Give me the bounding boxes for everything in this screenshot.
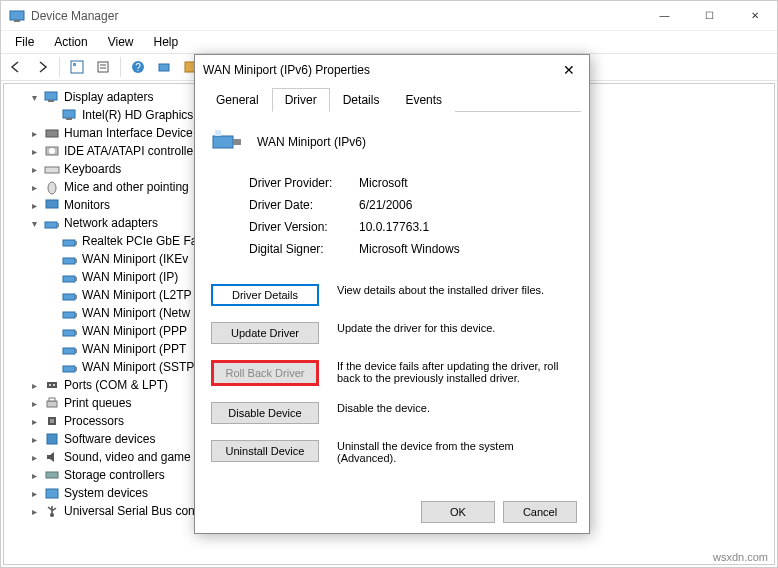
help-button[interactable]: ? [127,56,149,78]
minimize-button[interactable]: — [642,1,687,30]
svg-rect-55 [215,130,221,136]
uninstall-device-button[interactable]: Uninstall Device [211,440,319,462]
forward-button[interactable] [31,56,53,78]
expander-icon[interactable]: ▸ [28,146,40,157]
driver-details-button[interactable]: Driver Details [211,284,319,306]
date-label: Driver Date: [249,198,359,212]
tree-item-label: WAN Miniport (IKEv [82,252,188,266]
tab-details[interactable]: Details [330,88,393,112]
expander-icon[interactable]: ▸ [28,488,40,499]
expander-icon[interactable]: ▸ [28,380,40,391]
sound-icon [44,449,60,465]
mouse-icon [44,179,60,195]
net-icon [62,323,78,339]
net-icon [62,305,78,321]
dialog-close-button[interactable]: ✕ [549,56,589,85]
svg-rect-34 [75,331,77,335]
tree-item-label: WAN Miniport (PPP [82,324,187,338]
tree-item-label: Intel(R) HD Graphics [82,108,193,122]
expander-icon[interactable]: ▸ [28,182,40,193]
cancel-button[interactable]: Cancel [503,501,577,523]
show-hidden-button[interactable] [66,56,88,78]
roll-back-driver-desc: If the device fails after updating the d… [337,360,573,384]
svg-point-41 [53,384,55,386]
svg-rect-13 [63,110,75,118]
properties-button[interactable] [92,56,114,78]
expander-icon[interactable]: ▸ [28,470,40,481]
date-value: 6/21/2006 [359,198,412,212]
svg-rect-25 [63,258,75,264]
svg-rect-45 [50,419,54,423]
svg-rect-9 [159,64,169,71]
dialog-titlebar: WAN Miniport (IPv6) Properties ✕ [195,55,589,85]
menu-help[interactable]: Help [144,33,189,51]
svg-rect-31 [63,312,75,318]
provider-label: Driver Provider: [249,176,359,190]
expander-icon[interactable]: ▸ [28,128,40,139]
watermark: wsxdn.com [709,550,772,564]
tab-driver[interactable]: Driver [272,88,330,112]
svg-rect-48 [46,489,58,498]
svg-rect-24 [75,241,77,245]
svg-point-40 [49,384,51,386]
scan-button[interactable] [153,56,175,78]
app-icon [9,8,25,24]
svg-rect-42 [47,401,57,407]
expander-icon[interactable]: ▸ [28,398,40,409]
port-icon [44,377,60,393]
tree-item-label: IDE ATA/ATAPI controlle [64,144,193,158]
expander-icon[interactable]: ▸ [28,434,40,445]
main-titlebar: Device Manager — ☐ ✕ [1,1,777,31]
tab-body: WAN Miniport (IPv6) Driver Provider:Micr… [195,112,589,494]
svg-rect-0 [10,11,24,20]
svg-rect-18 [45,167,59,173]
expander-icon[interactable]: ▸ [28,164,40,175]
back-button[interactable] [5,56,27,78]
device-name: WAN Miniport (IPv6) [257,135,366,149]
tree-item-label: WAN Miniport (Netw [82,306,190,320]
net-icon [62,269,78,285]
storage-icon [44,467,60,483]
expander-icon[interactable]: ▾ [28,92,40,103]
disable-device-button[interactable]: Disable Device [211,402,319,424]
expander-icon[interactable]: ▸ [28,452,40,463]
tree-item-label: Monitors [64,198,110,212]
tab-general[interactable]: General [203,88,272,112]
usb-icon [44,503,60,519]
svg-rect-23 [63,240,75,246]
tree-item-label: Human Interface Device [64,126,193,140]
ok-button[interactable]: OK [421,501,495,523]
menu-file[interactable]: File [5,33,44,51]
roll-back-driver-button[interactable]: Roll Back Driver [211,360,319,386]
menu-action[interactable]: Action [44,33,97,51]
sys-icon [44,485,60,501]
update-driver-button[interactable]: Update Driver [211,322,319,344]
tree-item-label: WAN Miniport (IP) [82,270,178,284]
expander-icon[interactable]: ▸ [28,416,40,427]
svg-rect-38 [75,367,77,371]
tree-item-label: WAN Miniport (PPT [82,342,186,356]
tree-item-label: Keyboards [64,162,121,176]
tree-item-label: Realtek PCIe GbE Fam [82,234,207,248]
expander-icon[interactable]: ▸ [28,506,40,517]
svg-rect-35 [63,348,75,354]
expander-icon[interactable]: ▸ [28,200,40,211]
svg-rect-15 [46,130,58,137]
svg-rect-32 [75,313,77,317]
tree-item-label: Display adapters [64,90,153,104]
menu-view[interactable]: View [98,33,144,51]
svg-point-17 [49,148,55,154]
svg-rect-20 [46,200,58,208]
svg-rect-29 [63,294,75,300]
tree-item-label: Network adapters [64,216,158,230]
dialog-tabs: General Driver Details Events [203,87,581,112]
maximize-button[interactable]: ☐ [687,1,732,30]
tab-events[interactable]: Events [392,88,455,112]
monitor-icon [44,197,60,213]
sw-icon [44,431,60,447]
svg-rect-36 [75,349,77,353]
display-icon [44,89,60,105]
signer-label: Digital Signer: [249,242,359,256]
close-button[interactable]: ✕ [732,1,777,30]
expander-icon[interactable]: ▾ [28,218,40,229]
